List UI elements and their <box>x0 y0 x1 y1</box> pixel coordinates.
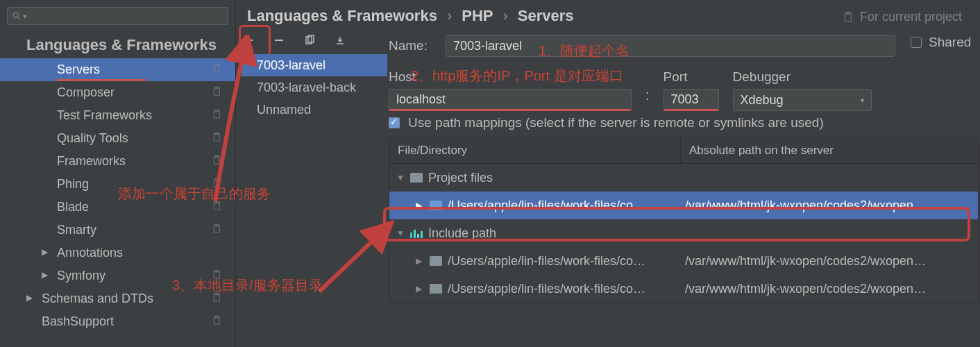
sidebar-item-quality-tools[interactable]: Quality Tools <box>0 127 235 150</box>
search-options-chevron-icon[interactable] <box>23 12 26 20</box>
server-item[interactable]: Unnamed <box>242 99 387 121</box>
debugger-label: Debugger <box>733 69 872 85</box>
row-path: /var/www/html/jk-wxopen/codes2/wxopen… <box>681 282 978 296</box>
settings-scope-icon <box>212 292 223 305</box>
breadcrumb-sep-icon: › <box>447 7 452 25</box>
table-row[interactable]: ▶/Users/apple/lin-files/work-files/co…/v… <box>389 192 978 219</box>
sidebar-item-label: Schemas and DTDs <box>42 291 153 306</box>
checkbox-checked-icon <box>389 117 400 128</box>
row-label: /Users/apple/lin-files/work-files/co… <box>448 198 645 213</box>
sidebar-item-frameworks[interactable]: Frameworks <box>0 150 235 173</box>
settings-scope-icon <box>212 269 223 282</box>
port-label: Port <box>664 69 719 85</box>
sidebar-item-phing[interactable]: Phing <box>0 173 235 196</box>
server-item[interactable]: 7003-laravel-back <box>242 76 387 99</box>
sidebar-item-label: Test Frameworks <box>57 108 152 123</box>
copy-server-button[interactable] <box>303 33 316 47</box>
sidebar-item-label: Annotations <box>57 246 123 260</box>
folder-icon <box>410 173 423 183</box>
host-label: Host <box>389 69 632 85</box>
sidebar-item-annotations[interactable]: ▶Annotations <box>0 242 235 264</box>
settings-scope-icon <box>212 315 223 328</box>
settings-scope-icon <box>212 155 223 168</box>
settings-scope-icon <box>212 132 223 145</box>
sidebar-item-smarty[interactable]: Smarty <box>0 219 235 242</box>
add-server-button[interactable] <box>242 33 255 47</box>
collapse-icon: ▼ <box>396 173 405 183</box>
name-field[interactable]: 7003-laravel <box>446 35 895 57</box>
sidebar-section-title: Languages & Frameworks <box>0 33 235 58</box>
path-mapping-table: File/Directory Absolute path on the serv… <box>389 137 979 303</box>
table-row[interactable]: ▼Include path <box>389 219 978 247</box>
settings-scope-icon <box>212 201 223 214</box>
breadcrumb-root: Languages & Frameworks <box>247 7 437 25</box>
remove-server-button[interactable] <box>272 33 286 47</box>
server-item[interactable]: 7003-laravel <box>242 54 387 76</box>
table-col-abs[interactable]: Absolute path on the server <box>681 138 978 163</box>
sidebar-item-label: Servers <box>57 62 100 77</box>
folder-icon <box>430 284 442 294</box>
settings-scope-icon <box>212 63 223 76</box>
import-button[interactable] <box>333 33 347 47</box>
table-row[interactable]: ▶/Users/apple/lin-files/work-files/co…/v… <box>389 275 978 303</box>
folder-icon <box>430 201 442 210</box>
sidebar-item-label: Quality Tools <box>57 131 128 146</box>
sidebar-item-composer[interactable]: Composer <box>0 81 235 104</box>
port-field[interactable]: 7003 <box>664 89 719 111</box>
settings-scope-icon <box>212 223 223 237</box>
server-list: 7003-laravel7003-laravel-backUnnamed <box>242 54 387 121</box>
table-row[interactable]: ▼Project files <box>389 164 978 192</box>
expand-icon: ▶ <box>416 256 424 266</box>
sidebar-item-symfony[interactable]: ▶Symfony <box>0 264 235 287</box>
path-mappings-checkbox[interactable]: Use path mappings (select if the server … <box>389 115 979 130</box>
sidebar-item-test-frameworks[interactable]: Test Frameworks <box>0 104 235 127</box>
breadcrumb: Languages & Frameworks › PHP › Servers <box>247 7 574 25</box>
table-col-file[interactable]: File/Directory <box>389 138 681 163</box>
settings-scope-icon <box>212 109 223 122</box>
colon: : <box>645 69 650 103</box>
sidebar-item-label: Phing <box>57 177 89 192</box>
checkbox-icon <box>911 37 922 48</box>
settings-scope-icon <box>212 178 223 191</box>
sidebar-item-label: Smarty <box>57 223 96 237</box>
table-row[interactable]: ▶/Users/apple/lin-files/work-files/co…/v… <box>389 247 978 275</box>
sidebar-item-blade[interactable]: Blade <box>0 196 235 219</box>
sidebar-item-label: BashSupport <box>42 314 114 329</box>
expand-icon: ▶ <box>26 293 33 303</box>
debugger-select[interactable]: Xdebug <box>733 89 872 111</box>
host-field[interactable]: localhost <box>389 89 632 111</box>
expand-icon: ▶ <box>416 201 424 210</box>
sidebar-item-label: Blade <box>57 200 89 214</box>
row-label: Project files <box>428 171 493 185</box>
sidebar-item-label: Frameworks <box>57 154 126 169</box>
settings-sidebar: Languages & Frameworks ServersComposerTe… <box>0 0 236 347</box>
breadcrumb-sep-icon: › <box>502 7 507 25</box>
expand-icon: ▶ <box>42 270 48 280</box>
row-path: /var/www/html/jk-wxopen/codes2/wxopen… <box>681 254 978 269</box>
include-path-icon <box>410 228 423 238</box>
collapse-icon: ▼ <box>396 228 405 238</box>
chevron-down-icon <box>861 96 864 104</box>
row-label: /Users/apple/lin-files/work-files/co… <box>448 254 645 269</box>
server-toolbar <box>242 33 347 47</box>
sidebar-item-label: Symfony <box>57 269 105 283</box>
clipboard-icon <box>842 11 854 24</box>
row-label: Include path <box>428 226 496 241</box>
sidebar-item-schemas-and-dtds[interactable]: ▶Schemas and DTDs <box>0 287 235 310</box>
folder-icon <box>430 256 442 266</box>
settings-scope-icon <box>212 86 223 99</box>
svg-point-0 <box>13 12 18 17</box>
sidebar-item-label: Composer <box>57 85 115 100</box>
shared-checkbox[interactable]: Shared <box>911 35 980 50</box>
row-path: /var/www/html/jk-wxopen/codes2/wxopen… <box>681 198 978 213</box>
expand-icon: ▶ <box>416 284 424 294</box>
breadcrumb-servers: Servers <box>518 7 574 25</box>
name-label: Name: <box>389 38 446 53</box>
search-input[interactable] <box>7 7 228 25</box>
expand-icon: ▶ <box>42 247 48 257</box>
scope-indicator: For current project <box>842 10 962 24</box>
sidebar-item-bashsupport[interactable]: BashSupport <box>0 310 235 333</box>
search-icon <box>12 11 22 21</box>
svg-line-1 <box>18 17 20 19</box>
sidebar-item-servers[interactable]: Servers <box>0 58 235 81</box>
